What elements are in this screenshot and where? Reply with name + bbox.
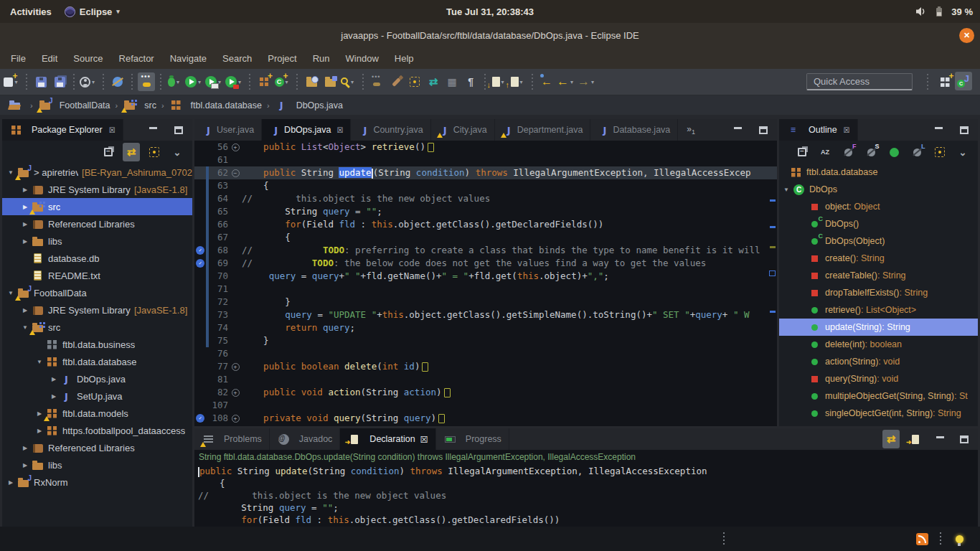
dropdown-arrow-icon[interactable]: ▾ <box>520 79 523 85</box>
minimize-button[interactable] <box>144 121 161 139</box>
menu-item-project[interactable]: Project <box>260 47 304 69</box>
fold-marker-icon[interactable]: + <box>232 415 240 423</box>
code-line-82[interactable]: 82+ public void action(String action) <box>194 386 777 399</box>
code-line-123[interactable]: 123 <box>194 425 777 426</box>
collapse-all-icon[interactable] <box>793 143 811 161</box>
expander-icon[interactable]: ▶ <box>19 187 31 193</box>
tab-problems[interactable]: Problems <box>194 428 270 450</box>
word-wrap-icon[interactable]: ⇄ <box>425 72 442 91</box>
folded-region-indicator[interactable] <box>422 362 428 372</box>
outline-item-createtable[interactable]: createTable() : String <box>779 267 978 284</box>
tree-item-referenced-libraries[interactable]: ▶Referenced Libraries <box>2 439 192 456</box>
coverage-icon[interactable]: ▾ <box>205 72 224 91</box>
close-icon[interactable]: ☒ <box>420 434 428 445</box>
collapse-all-icon[interactable] <box>100 143 117 161</box>
editor-tab-city-java[interactable]: JCity.java <box>431 119 495 141</box>
menu-item-run[interactable]: Run <box>305 47 338 69</box>
outline-item-update-string[interactable]: update(String) : String <box>779 319 978 336</box>
debug-icon[interactable]: ▾ <box>166 72 184 91</box>
fold-marker-icon[interactable]: + <box>232 389 240 397</box>
rss-feed-icon[interactable] <box>913 529 930 548</box>
code-line-65[interactable]: 65 String query = ""; <box>194 205 777 218</box>
code-editor[interactable]: 56+ public List<Object> retrieve()6162− … <box>194 141 777 426</box>
tab-declaration[interactable]: Declaration☒ <box>340 428 435 450</box>
breadcrumb-item-root[interactable] <box>6 99 27 111</box>
outline-item-ftbl-data-database[interactable]: ftbl.data.database <box>779 164 978 181</box>
menu-item-navigate[interactable]: Navigate <box>162 47 215 69</box>
outline-item-dbops-object[interactable]: DbOps(Object) <box>779 232 978 250</box>
expander-icon[interactable]: ▼ <box>34 359 45 365</box>
forward-icon[interactable]: →▾ <box>578 72 597 91</box>
user-profile-icon[interactable]: ▾ <box>80 72 98 91</box>
view-menu-icon[interactable]: ⌄ <box>954 143 971 161</box>
code-line-76[interactable]: 76 <box>194 347 777 360</box>
code-line-56[interactable]: 56+ public List<Object> retrieve() <box>194 141 777 154</box>
tab-progress[interactable]: Progress <box>436 428 509 450</box>
tree-item-ftbl-data-models[interactable]: ▶ftbl.data.models <box>2 405 192 422</box>
tree-item-referenced-libraries[interactable]: ▶Referenced Libraries <box>2 215 192 232</box>
editor-tab-country-java[interactable]: JCountry.java <box>351 119 430 141</box>
code-line-70[interactable]: 70 query = query+" "+fld.getName()+" = "… <box>194 270 777 283</box>
expander-icon[interactable]: ▶ <box>48 376 60 382</box>
tree-item-https-footballpool-dataaccess[interactable]: ▶https.footballpool_dataaccess <box>2 422 192 439</box>
app-menu-button[interactable]: Eclipse ▾ <box>65 6 120 17</box>
expander-icon[interactable]: ▶ <box>19 462 31 468</box>
mark-occurrences-icon[interactable] <box>369 72 386 91</box>
battery-icon[interactable] <box>934 6 944 17</box>
maximize-button[interactable] <box>170 121 187 139</box>
run-history-icon[interactable]: ▾ <box>225 72 244 91</box>
menu-item-help[interactable]: Help <box>387 47 422 69</box>
dropdown-arrow-icon[interactable]: ▾ <box>501 79 504 85</box>
expander-icon[interactable]: ▶ <box>19 445 31 451</box>
dropdown-arrow-icon[interactable]: ▾ <box>591 79 594 85</box>
hidden-tabs-indicator[interactable]: »1 <box>687 124 695 136</box>
format-brush-icon[interactable] <box>387 72 405 91</box>
fold-marker-icon[interactable]: + <box>232 143 240 151</box>
new-wizard-icon[interactable]: ▾ <box>4 72 21 91</box>
close-icon[interactable]: ☒ <box>109 126 116 134</box>
tab-javadoc[interactable]: @Javadoc <box>270 428 341 450</box>
folded-region-indicator[interactable] <box>444 388 451 397</box>
tree-item-jre-system-library[interactable]: ▶JRE System Library[JavaSE-1.8] <box>2 301 192 319</box>
focus-icon[interactable] <box>931 143 948 161</box>
window-close-button[interactable]: ✕ <box>959 28 974 43</box>
declaration-view[interactable]: public String update(String condition) t… <box>194 465 978 526</box>
menu-item-window[interactable]: Window <box>338 47 387 69</box>
code-line-81[interactable]: 81 <box>194 373 777 386</box>
focus-icon[interactable] <box>406 72 423 91</box>
folded-region-indicator[interactable] <box>428 143 434 152</box>
activities-button[interactable]: Activities <box>7 6 55 17</box>
breadcrumb-item-footballdata[interactable]: FootballData <box>36 99 113 111</box>
hide-fields-icon[interactable] <box>839 143 857 161</box>
dropdown-arrow-icon[interactable]: ▾ <box>176 79 179 85</box>
export-icon[interactable]: ▾ <box>509 72 527 91</box>
maximize-button[interactable] <box>755 121 772 139</box>
tree-item-readme-txt[interactable]: README.txt <box>2 267 192 284</box>
tip-lightbulb-icon[interactable] <box>951 529 968 548</box>
expander-icon[interactable]: ▶ <box>19 221 31 227</box>
show-whitespace-icon[interactable]: ¶ <box>462 72 479 91</box>
save-all-icon[interactable] <box>51 72 68 91</box>
dropdown-arrow-icon[interactable]: ▾ <box>198 79 201 85</box>
editor-tab-database-java[interactable]: JDatabase.java <box>590 119 678 141</box>
quick-access-input[interactable]: Quick Access <box>806 73 913 90</box>
code-line-61[interactable]: 61 <box>194 154 777 166</box>
show-public-icon[interactable] <box>885 143 903 161</box>
save-icon[interactable] <box>32 72 50 91</box>
outline-item-dbops[interactable]: DbOps() <box>779 215 978 232</box>
menu-item-refactor[interactable]: Refactor <box>111 47 162 69</box>
code-line-63[interactable]: 63 { <box>194 179 777 192</box>
outline-item-delete-int[interactable]: delete(int) : boolean <box>779 336 978 353</box>
menu-item-source[interactable]: Source <box>65 47 110 69</box>
code-line-69[interactable]: ✓69// TODO: the below code does not get … <box>194 257 777 270</box>
minimize-button[interactable] <box>729 121 746 139</box>
tree-item-ftbl-data-business[interactable]: ftbl.data.business <box>2 336 192 353</box>
clock[interactable]: Tue Jul 31, 20:38:43 <box>446 6 534 17</box>
tab-outline[interactable]: ≡ Outline ☒ <box>779 119 858 141</box>
focus-icon[interactable] <box>146 143 163 161</box>
code-line-66[interactable]: 66 for(Field fld : this.object.getClass(… <box>194 218 777 231</box>
tree-item-database-db[interactable]: database.db <box>2 250 192 267</box>
back-icon[interactable]: ←▾ <box>557 72 576 91</box>
overview-ruler-mark[interactable] <box>770 311 776 313</box>
breadcrumb-item-ftbl-data-database[interactable]: ftbl.data.database <box>167 99 264 111</box>
